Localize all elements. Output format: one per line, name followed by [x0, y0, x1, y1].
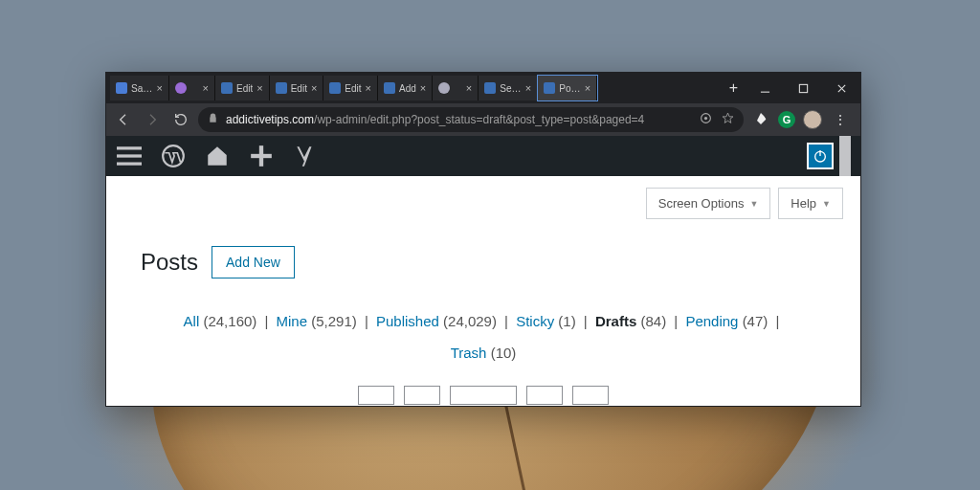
pager-box[interactable] [526, 386, 563, 405]
browser-tab[interactable]: × [433, 76, 479, 100]
pager-box[interactable] [358, 386, 394, 405]
close-tab-icon[interactable]: × [366, 83, 371, 94]
browser-tab[interactable]: Searc× [479, 76, 538, 100]
pager-box[interactable] [450, 386, 517, 405]
url-text: addictivetips.com/wp-admin/edit.php?post… [226, 113, 692, 126]
chevron-down-icon: ▼ [749, 199, 758, 209]
pagination [123, 386, 843, 405]
filter-link[interactable]: All [184, 313, 200, 329]
profile-avatar[interactable] [803, 110, 822, 129]
screen-options-button[interactable]: Screen Options ▼ [646, 188, 771, 219]
favicon [276, 82, 287, 94]
browser-tab[interactable]: Add× [378, 76, 433, 100]
scrollbar-thumb[interactable] [839, 136, 851, 176]
extension-grammarly-icon[interactable]: G [778, 111, 795, 128]
filter-current: Drafts [595, 313, 636, 329]
filter-link[interactable]: Sticky [516, 313, 554, 329]
page-content: Screen Options ▼ Help ▼ Posts Add New Al… [106, 176, 860, 406]
maximize-button[interactable] [784, 73, 822, 103]
favicon [221, 82, 233, 94]
browser-tab[interactable]: Edit× [270, 76, 324, 100]
close-tab-icon[interactable]: × [525, 83, 531, 94]
svg-rect-11 [251, 154, 272, 158]
browser-tab[interactable]: Sage× [110, 76, 169, 100]
svg-point-5 [704, 117, 707, 120]
back-button[interactable] [112, 108, 135, 131]
tab-strip: Sage××Edit×Edit×Edit×Add××Searc×Posts× [106, 73, 722, 103]
reader-icon[interactable] [700, 112, 712, 127]
svg-rect-7 [117, 154, 142, 157]
minimize-button[interactable] [746, 73, 784, 103]
filter-link[interactable]: Mine [277, 313, 308, 329]
browser-tab[interactable]: Posts× [538, 76, 597, 100]
tab-label: Posts [559, 83, 581, 94]
svg-point-9 [163, 145, 184, 167]
extensions-area: G ⋮ [749, 110, 855, 129]
add-new-icon[interactable] [248, 143, 275, 169]
titlebar: Sage××Edit×Edit×Edit×Add××Searc×Posts× + [106, 73, 860, 103]
favicon [116, 82, 127, 94]
post-status-filters: All (24,160) | Mine (5,291) | Published … [123, 305, 843, 368]
favicon [384, 82, 395, 94]
bookmark-star-icon[interactable] [722, 112, 734, 127]
close-tab-icon[interactable]: × [203, 83, 209, 94]
filter-count: (24,160) [203, 313, 256, 329]
svg-rect-8 [117, 163, 142, 166]
tab-label: Edit [291, 83, 307, 94]
tab-label: Edit [236, 83, 253, 94]
help-button[interactable]: Help ▼ [778, 188, 843, 219]
power-icon[interactable] [807, 143, 834, 169]
favicon [438, 82, 450, 94]
screen-options-label: Screen Options [658, 196, 745, 211]
wp-admin-bar [106, 136, 860, 176]
filter-link[interactable]: Pending [685, 313, 738, 329]
extension-tag-icon[interactable] [753, 111, 770, 128]
filter-count: (1) [558, 313, 575, 329]
close-tab-icon[interactable]: × [420, 83, 426, 94]
tab-label: Searc [500, 83, 522, 94]
filter-count: (84) [640, 313, 666, 329]
omnibox[interactable]: addictivetips.com/wp-admin/edit.php?post… [198, 107, 744, 132]
help-label: Help [791, 196, 816, 211]
pager-box[interactable] [572, 386, 609, 405]
browser-tab[interactable]: × [169, 76, 215, 100]
close-tab-icon[interactable]: × [311, 83, 317, 94]
favicon [544, 82, 555, 94]
filter-count: (10) [491, 345, 517, 361]
browser-tab[interactable]: Edit× [323, 76, 378, 100]
close-tab-icon[interactable]: × [157, 83, 163, 94]
window-controls [746, 73, 860, 103]
svg-rect-6 [117, 146, 142, 149]
tab-label: Sage [131, 83, 153, 94]
chevron-down-icon: ▼ [822, 199, 831, 209]
address-bar: addictivetips.com/wp-admin/edit.php?post… [106, 103, 860, 136]
filter-link[interactable]: Trash [451, 345, 487, 361]
svg-rect-1 [799, 84, 807, 92]
new-tab-button[interactable]: + [722, 73, 746, 103]
home-icon[interactable] [204, 143, 231, 169]
close-tab-icon[interactable]: × [466, 83, 472, 94]
filter-count: (5,291) [311, 313, 357, 329]
tab-label: Add [399, 83, 416, 94]
wordpress-logo-icon[interactable] [160, 143, 187, 169]
lock-icon [208, 113, 218, 126]
close-tab-icon[interactable]: × [256, 83, 262, 94]
page-title: Posts [141, 249, 198, 276]
yoast-icon[interactable] [292, 143, 319, 169]
favicon [329, 82, 341, 94]
favicon [484, 82, 496, 94]
add-new-button[interactable]: Add New [212, 246, 295, 278]
filter-count: (47) [743, 313, 768, 329]
filter-link[interactable]: Published [376, 313, 439, 329]
tab-label: Edit [345, 83, 361, 94]
browser-menu-icon[interactable]: ⋮ [830, 112, 851, 127]
favicon [175, 82, 187, 94]
browser-tab[interactable]: Edit× [215, 76, 270, 100]
close-window-button[interactable] [822, 73, 860, 103]
hamburger-menu-icon[interactable] [116, 143, 143, 169]
reload-button[interactable] [169, 108, 192, 131]
forward-button[interactable] [141, 108, 164, 131]
close-tab-icon[interactable]: × [585, 83, 590, 94]
pager-box[interactable] [404, 386, 440, 405]
filter-count: (24,029) [443, 313, 497, 329]
